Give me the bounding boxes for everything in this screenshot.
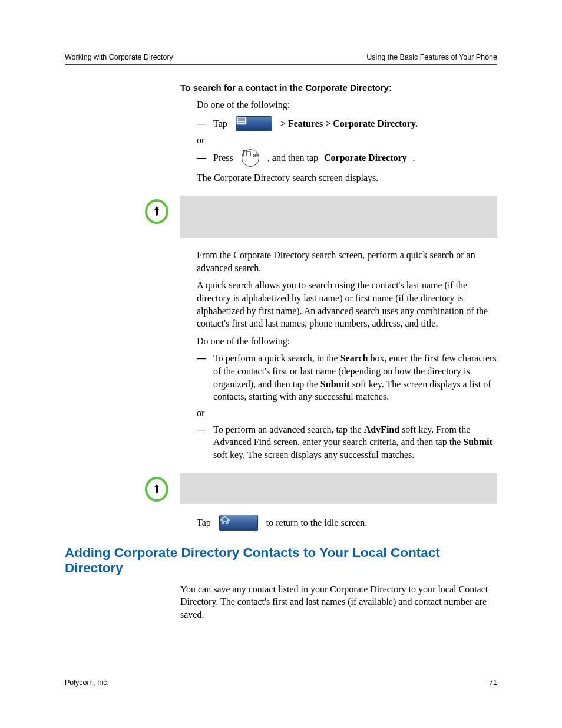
note-block-1 bbox=[145, 196, 497, 238]
return-idle-text: to return to the idle screen. bbox=[266, 518, 368, 528]
or-1: or bbox=[197, 135, 497, 146]
and-then-tap: , and then tap bbox=[267, 153, 318, 163]
home-icon bbox=[219, 515, 258, 531]
do-one-of-2: Do one of the following: bbox=[197, 335, 497, 348]
corporate-directory-bold: Corporate Directory bbox=[324, 153, 407, 163]
section-heading: Adding Corporate Directory Contacts to Y… bbox=[65, 545, 497, 576]
press-label: Press bbox=[213, 153, 233, 163]
header-left: Working with Corporate Directory bbox=[65, 53, 173, 61]
features-path: > Features > Corporate Directory. bbox=[280, 118, 418, 129]
option-press-dir: — Press DIR , and then tap Corporate Dir… bbox=[197, 149, 497, 167]
submit-bold: Submit bbox=[463, 437, 492, 447]
note-body-1 bbox=[180, 196, 497, 238]
dash-bullet: — bbox=[197, 153, 207, 163]
note-body-2 bbox=[180, 473, 497, 504]
do-one-of: Do one of the following: bbox=[197, 98, 497, 111]
from-search-screen: From the Corporate Directory search scre… bbox=[197, 249, 497, 274]
tap-label: Tap bbox=[213, 118, 227, 129]
page-number: 71 bbox=[489, 678, 497, 687]
dash-bullet: — bbox=[197, 352, 213, 403]
note-block-2 bbox=[145, 473, 497, 504]
body: To search for a contact in the Corporate… bbox=[180, 83, 497, 531]
tip-icon bbox=[145, 473, 168, 502]
header-right: Using the Basic Features of Your Phone bbox=[366, 53, 497, 61]
save-contact-desc: You can save any contact listed in your … bbox=[180, 583, 497, 621]
quick-search-desc: A quick search allows you to search usin… bbox=[197, 279, 497, 330]
tip-icon bbox=[145, 196, 168, 224]
advanced-search-item: — To perform an advanced search, tap the… bbox=[197, 423, 497, 462]
text: To perform a quick search, in the bbox=[213, 353, 340, 363]
menu-icon bbox=[236, 116, 272, 131]
text: To perform an advanced search, tap the bbox=[213, 424, 364, 434]
dash-bullet: — bbox=[197, 118, 207, 129]
or-2: or bbox=[197, 408, 497, 419]
tap-label: Tap bbox=[197, 518, 211, 528]
footer-company: Polycom, Inc. bbox=[65, 678, 109, 687]
step-heading: To search for a contact in the Corporate… bbox=[180, 83, 497, 93]
advfind-bold: AdvFind bbox=[364, 424, 399, 434]
dash-bullet: — bbox=[197, 423, 213, 462]
tap-home-row: Tap to return to the idle screen. bbox=[197, 515, 497, 531]
dir-hardkey-icon: DIR bbox=[242, 149, 259, 167]
search-screen-displays: The Corporate Directory search screen di… bbox=[197, 172, 497, 185]
option-tap-menu: — Tap > Features > Corporate Directory. bbox=[197, 116, 497, 131]
text: soft key. The screen displays any succes… bbox=[213, 450, 414, 460]
page-footer: Polycom, Inc. 71 bbox=[65, 678, 497, 687]
page: Working with Corporate Directory Using t… bbox=[0, 0, 562, 728]
search-bold: Search bbox=[340, 353, 368, 363]
page-header: Working with Corporate Directory Using t… bbox=[65, 53, 497, 65]
period: . bbox=[413, 153, 415, 163]
quick-search-item: — To perform a quick search, in the Sear… bbox=[197, 352, 497, 403]
submit-bold: Submit bbox=[320, 379, 350, 389]
